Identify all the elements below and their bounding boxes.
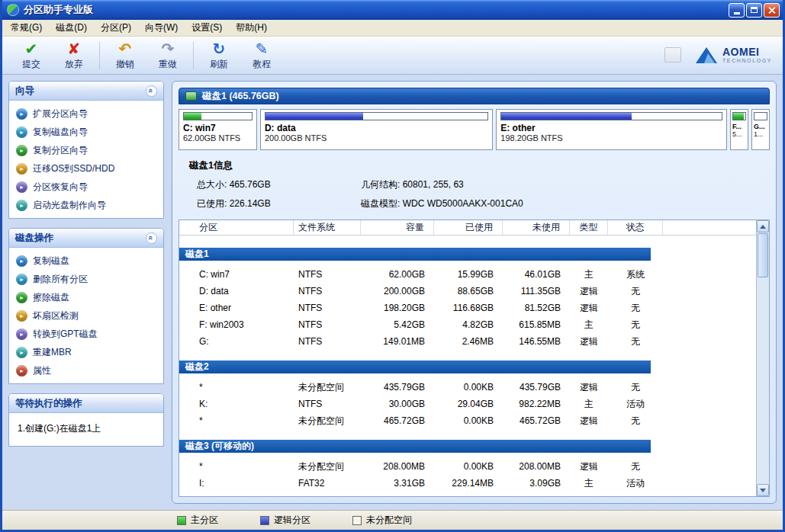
column-header[interactable]: 类型 bbox=[570, 220, 608, 235]
partition-block[interactable]: E: other 198.20GB NTFS bbox=[496, 109, 727, 150]
sidebar-item[interactable]: 删除所有分区 bbox=[11, 270, 161, 288]
column-header[interactable]: 未使用 bbox=[503, 220, 570, 235]
disk1-strip-header[interactable]: 磁盘1 (465.76GB) bbox=[179, 88, 770, 104]
partition-row[interactable]: I: FAT32 3.31GB 229.14MB 3.09GB 主 活动 bbox=[179, 475, 756, 492]
menu-item[interactable]: 磁盘(D) bbox=[49, 19, 94, 37]
sidebar-item-label: 重建MBR bbox=[33, 346, 72, 359]
refresh-icon: ↻ bbox=[213, 40, 226, 58]
toolbar-button-label: 提交 bbox=[22, 58, 40, 71]
sidebar-item[interactable]: 分区恢复向导 bbox=[11, 178, 161, 196]
sidebar-item-icon bbox=[16, 347, 27, 358]
disk-geometry: 几何结构: 60801, 255, 63 bbox=[361, 178, 759, 191]
partition-row[interactable]: * 未分配空间 208.00MB 0.00KB 208.00MB 逻辑 无 bbox=[179, 458, 756, 475]
minimize-button[interactable] bbox=[729, 3, 745, 18]
partition-row[interactable]: F: win2003 NTFS 5.42GB 4.82GB 615.85MB 主… bbox=[179, 316, 756, 333]
column-header[interactable]: 容量 bbox=[361, 220, 434, 235]
menu-item[interactable]: 帮助(H) bbox=[229, 19, 274, 37]
disabled-tool-icon bbox=[664, 47, 681, 62]
partition-name: E: other bbox=[500, 123, 722, 133]
column-header[interactable]: 分区 bbox=[179, 220, 294, 235]
toolbar-button[interactable]: ↷ 重做 bbox=[146, 38, 189, 73]
sidebar-item-icon bbox=[16, 328, 27, 340]
partition-row[interactable]: E: other NTFS 198.20GB 116.68GB 81.52GB … bbox=[179, 300, 756, 316]
maximize-button[interactable] bbox=[746, 3, 762, 18]
toolbar-button[interactable]: ✘ 放弃 bbox=[53, 38, 95, 73]
sidebar-item-icon bbox=[16, 145, 27, 156]
content-area: 向导 扩展分区向导 复制磁盘向导 复制分区向导 迁移OS到SSD/HDD 分区恢… bbox=[2, 75, 783, 510]
sidebar-item-icon bbox=[16, 274, 27, 285]
main-panel: 磁盘1 (465.76GB) C: win7 62.00GB NTFS D: d… bbox=[172, 81, 777, 504]
collapse-chevron-icon[interactable] bbox=[146, 85, 157, 97]
toolbar-button[interactable]: ↶ 撤销 bbox=[104, 38, 146, 73]
toolbar-right: AOMEI TECHNOLOGY bbox=[664, 46, 775, 64]
close-button[interactable] bbox=[764, 3, 780, 18]
pending-operations-panel-header[interactable]: 等待执行的操作 bbox=[9, 394, 163, 413]
vertical-scrollbar[interactable] bbox=[756, 220, 769, 496]
partition-row[interactable]: C: win7 NTFS 62.00GB 15.99GB 46.01GB 主 系… bbox=[179, 266, 756, 283]
sidebar-item[interactable]: 转换到GPT磁盘 bbox=[11, 325, 161, 343]
collapse-chevron-icon[interactable] bbox=[146, 232, 157, 244]
partition-detail: 198.20GB NTFS bbox=[500, 133, 722, 143]
partition-block[interactable]: F... 5... bbox=[730, 109, 748, 150]
column-header[interactable]: 状态 bbox=[608, 220, 663, 235]
sidebar-item[interactable]: 扩展分区向导 bbox=[11, 104, 161, 123]
sidebar-item[interactable]: 复制磁盘 bbox=[11, 252, 161, 270]
sidebar-item[interactable]: 迁移OS到SSD/HDD bbox=[11, 159, 161, 178]
arrow-down-icon bbox=[760, 489, 766, 492]
app-window: 分区助手专业版 常规(G)磁盘(D)分区(P)向导(W)设置(S)帮助(H) ✔… bbox=[0, 0, 785, 532]
disk-group-header[interactable]: 磁盘1 bbox=[179, 248, 651, 261]
pending-operation[interactable]: 1.创建(G:)在磁盘1上 bbox=[11, 417, 161, 442]
disk-group-header[interactable]: 磁盘3 (可移动的) bbox=[179, 440, 651, 453]
scrollbar-thumb[interactable] bbox=[758, 233, 768, 277]
usage-fill bbox=[265, 113, 363, 120]
legend-label: 未分配空间 bbox=[366, 514, 412, 527]
partition-block[interactable]: D: data 200.00GB NTFS bbox=[260, 109, 493, 150]
menu-item[interactable]: 常规(G) bbox=[4, 19, 49, 37]
scroll-down-button[interactable] bbox=[757, 484, 769, 496]
usage-fill bbox=[501, 113, 631, 120]
disk-info-title: 磁盘1信息 bbox=[189, 159, 759, 172]
sidebar-item[interactable]: 坏扇区检测 bbox=[11, 306, 161, 325]
column-header[interactable] bbox=[663, 220, 756, 235]
sidebar-item[interactable]: 属性 bbox=[11, 361, 161, 380]
toolbar-button-label: 放弃 bbox=[65, 58, 83, 71]
sidebar-item-icon bbox=[16, 200, 27, 211]
partition-block[interactable]: C: win7 62.00GB NTFS bbox=[179, 109, 257, 150]
disk-operations-panel-header[interactable]: 磁盘操作 bbox=[9, 229, 163, 248]
sidebar-item[interactable]: 重建MBR bbox=[11, 343, 161, 361]
sidebar-item[interactable]: 擦除磁盘 bbox=[11, 288, 161, 306]
menu-item[interactable]: 分区(P) bbox=[94, 19, 138, 37]
sidebar-item-icon bbox=[16, 292, 27, 303]
sidebar-item[interactable]: 复制磁盘向导 bbox=[11, 123, 161, 141]
sidebar-item-icon bbox=[16, 127, 27, 138]
partition-row[interactable]: D: data NTFS 200.00GB 88.65GB 111.35GB 逻… bbox=[179, 283, 756, 300]
sidebar-item-label: 扩展分区向导 bbox=[33, 107, 88, 120]
partition-row[interactable]: G: NTFS 149.01MB 2.46MB 146.55MB 逻辑 无 bbox=[179, 333, 756, 350]
legend-item: 逻辑分区 bbox=[260, 514, 310, 527]
toolbar-button[interactable]: ✎ 教程 bbox=[240, 38, 283, 73]
disk-icon bbox=[185, 91, 197, 101]
disk-group-header[interactable]: 磁盘2 bbox=[179, 361, 651, 373]
sidebar-item[interactable]: 复制分区向导 bbox=[11, 141, 161, 159]
partition-row[interactable]: * 未分配空间 435.79GB 0.00KB 435.79GB 逻辑 无 bbox=[179, 379, 756, 396]
partition-row[interactable]: * 未分配空间 465.72GB 0.00KB 465.72GB 逻辑 无 bbox=[179, 412, 756, 429]
legend-swatch bbox=[177, 516, 186, 525]
sidebar-item-label: 转换到GPT磁盘 bbox=[33, 328, 98, 341]
commit-icon: ✔ bbox=[25, 40, 38, 58]
partition-row[interactable]: K: NTFS 30.00GB 29.04GB 982.22MB 主 活动 bbox=[179, 396, 756, 412]
scrollbar-track[interactable] bbox=[757, 278, 769, 484]
sidebar-item[interactable]: 启动光盘制作向导 bbox=[11, 196, 161, 214]
partition-block[interactable]: G... 1... bbox=[751, 109, 770, 150]
toolbar-button[interactable]: ↻ 刷新 bbox=[198, 38, 240, 73]
minimize-icon bbox=[734, 12, 740, 14]
app-icon bbox=[7, 4, 19, 16]
scroll-up-button[interactable] bbox=[757, 220, 769, 232]
toolbar-button[interactable]: ✔ 提交 bbox=[10, 38, 53, 73]
menu-item[interactable]: 设置(S) bbox=[185, 19, 229, 37]
partition-name: C: win7 bbox=[183, 123, 253, 133]
column-header[interactable]: 已使用 bbox=[434, 220, 503, 235]
wizard-panel-header[interactable]: 向导 bbox=[9, 82, 163, 101]
disk1-partition-map: C: win7 62.00GB NTFS D: data 200.00GB NT… bbox=[179, 109, 770, 150]
column-header[interactable]: 文件系统 bbox=[294, 220, 361, 235]
menu-item[interactable]: 向导(W) bbox=[138, 19, 185, 37]
